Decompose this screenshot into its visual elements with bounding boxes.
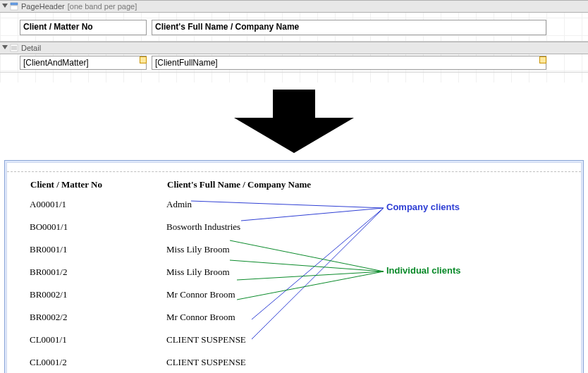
band-body-pageheader[interactable]: Client / Matter No Client's Full Name / … [0,13,588,42]
svg-marker-8 [234,90,354,153]
band-body-detail[interactable]: [ClientAndMatter] [ClientFullName] [0,54,588,73]
smart-tag-icon[interactable] [140,56,147,63]
collapse-icon[interactable] [1,3,8,10]
arrow-down-icon [234,90,354,153]
cell-no: BR0001/2 [30,264,165,285]
band-title: PageHeader [21,1,65,12]
header-text-col2: Client's Full Name / Company Name [155,22,299,32]
band-title: Detail [21,42,41,54]
header-text-col1: Client / Matter No [23,22,93,32]
preview-header-col1: Client / Matter No [30,178,165,195]
cell-name: Mr Connor Broom [166,309,393,330]
table-row: BR0002/2Mr Connor Broom [30,309,393,330]
table-row: BO0001/1Bosworth Industries [30,219,393,240]
detail-field1: [ClientAndMatter] [23,58,89,68]
cell-no: BR0002/1 [30,286,165,307]
cell-name: CLIENT SUSPENSE [166,331,393,353]
cell-name: Miss Lily Broom [166,241,393,262]
cell-no: CL0001/2 [30,354,165,373]
header-cell-col1[interactable]: Client / Matter No [20,20,147,35]
annotation-company: Company clients [386,202,460,212]
report-designer: PageHeader [one band per page] Client / … [0,0,588,82]
cell-no: BR0002/2 [30,309,165,330]
cell-no: A00001/1 [30,196,165,217]
svg-rect-2 [11,6,18,10]
svg-rect-1 [11,3,18,5]
table-row: A00001/1Admin [30,196,393,217]
band-header-detail[interactable]: Detail [0,42,588,54]
detail-field2: [ClientFullName] [155,58,218,68]
detail-icon [10,44,18,52]
table-row: BR0001/2Miss Lily Broom [30,264,393,285]
svg-marker-0 [2,4,8,8]
annotation-individual: Individual clients [386,265,460,276]
svg-marker-3 [2,45,8,49]
table-row: CL0001/2CLIENT SUSPENSE [30,354,393,373]
band-subtitle: [one band per page] [68,1,137,12]
transform-arrow [0,82,588,160]
cell-no: BR0001/1 [30,241,165,262]
cell-no: CL0001/1 [30,331,165,353]
table-row: BR0001/1Miss Lily Broom [30,241,393,262]
smart-tag-icon[interactable] [539,56,546,63]
margin-guide [7,171,581,172]
cell-name: Bosworth Industries [166,219,393,240]
cell-name: Miss Lily Broom [166,264,393,285]
cell-name: Mr Connor Broom [166,286,393,307]
preview-header-col2: Client's Full Name / Company Name [166,178,393,195]
pageheader-icon [10,2,18,11]
cell-name: CLIENT SUSPENSE [166,354,393,373]
report-preview: Client / Matter No Client's Full Name / … [4,160,584,373]
cell-name: Admin [166,196,393,217]
cell-no: BO0001/1 [30,219,165,240]
detail-cell-field1[interactable]: [ClientAndMatter] [20,56,147,70]
preview-table: Client / Matter No Client's Full Name / … [7,177,395,373]
table-row: BR0002/1Mr Connor Broom [30,286,393,307]
header-cell-col2[interactable]: Client's Full Name / Company Name [152,20,546,35]
detail-cell-field2[interactable]: [ClientFullName] [152,56,546,70]
collapse-icon[interactable] [1,44,8,51]
table-row: CL0001/1CLIENT SUSPENSE [30,331,393,353]
band-header-pageheader[interactable]: PageHeader [one band per page] [0,0,588,13]
